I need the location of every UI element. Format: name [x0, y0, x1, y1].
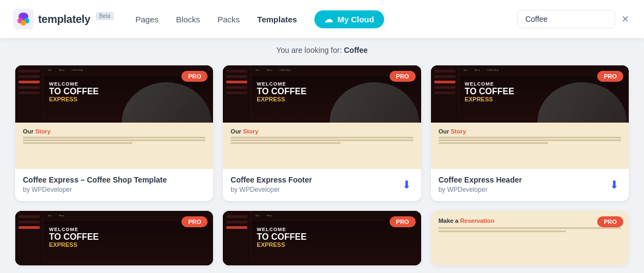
card-title-1: Coffee Express – Coffee Shop Template: [23, 175, 167, 184]
card-image-1: Nav · Menu · Coffee Blog WELCOME TO COFF…: [15, 65, 213, 169]
header: templately Beta Pages Blocks Packs Templ…: [0, 0, 644, 38]
card-info-2: Coffee Express Footer by WPDeveloper ⬇: [223, 169, 421, 201]
template-card-2[interactable]: Nav · Menu · Coffee Blog WELCOME TO COFF…: [223, 65, 421, 201]
search-area: ×: [517, 10, 631, 28]
card-image-3: Nav · Menu · Coffee Blog WELCOME TO COFF…: [431, 65, 629, 169]
pro-badge-1: PRO: [181, 71, 208, 82]
logo-area: templately Beta: [13, 9, 114, 29]
my-cloud-label: My Cloud: [337, 15, 374, 24]
template-card-5[interactable]: Nav · Menu WELCOME TO COFFEE EXPRESS PRO: [223, 211, 421, 265]
card-info-1: Coffee Express – Coffee Shop Template by…: [15, 169, 213, 201]
download-button-3[interactable]: ⬇: [607, 176, 621, 193]
nav-item-blocks[interactable]: Blocks: [176, 15, 200, 24]
search-info-bar: You are looking for: Coffee: [0, 38, 644, 60]
logo-text: templately: [38, 13, 90, 26]
card-image-5: Nav · Menu WELCOME TO COFFEE EXPRESS PRO: [223, 211, 421, 265]
pro-badge-6: PRO: [597, 216, 623, 227]
search-term: Coffee: [344, 46, 368, 54]
card-author-3: by WPDeveloper: [439, 186, 522, 193]
close-button[interactable]: ×: [619, 11, 631, 27]
download-button-2[interactable]: ⬇: [400, 176, 414, 193]
nav: Pages Blocks Packs Templates ☁ My Cloud: [136, 10, 518, 28]
template-card-3[interactable]: Nav · Menu · Coffee Blog WELCOME TO COFF…: [431, 65, 629, 201]
card-info-3: Coffee Express Header by WPDeveloper ⬇: [431, 169, 629, 201]
logo-icon: [13, 9, 34, 29]
beta-badge: Beta: [96, 12, 114, 20]
card-author-2: by WPDeveloper: [230, 186, 312, 193]
card-title-3: Coffee Express Header: [439, 175, 522, 184]
card-title-2: Coffee Express Footer: [230, 175, 312, 184]
card-image-2: Nav · Menu · Coffee Blog WELCOME TO COFF…: [223, 65, 421, 169]
pro-badge-3: PRO: [597, 71, 623, 82]
template-grid: Nav · Menu · Coffee Blog WELCOME TO COFF…: [0, 60, 644, 273]
template-card-1[interactable]: Nav · Menu · Coffee Blog WELCOME TO COFF…: [15, 65, 213, 201]
nav-item-pages[interactable]: Pages: [136, 15, 159, 24]
nav-item-templates[interactable]: Templates: [257, 15, 297, 24]
pro-badge-5: PRO: [390, 216, 416, 227]
pro-badge-4: PRO: [181, 216, 208, 227]
pro-badge-2: PRO: [390, 71, 416, 82]
card-image-6: Make a Reservation PRO: [431, 211, 629, 265]
cloud-icon: ☁: [324, 14, 333, 25]
nav-item-packs[interactable]: Packs: [217, 15, 240, 24]
search-input[interactable]: [517, 10, 615, 28]
search-prefix: You are looking for:: [276, 46, 342, 54]
svg-point-4: [21, 20, 26, 26]
card-author-1: by WPDeveloper: [23, 186, 167, 193]
template-card-6[interactable]: Make a Reservation PRO: [431, 211, 629, 265]
my-cloud-button[interactable]: ☁ My Cloud: [314, 10, 384, 28]
template-card-4[interactable]: Nav · Menu WELCOME TO COFFEE EXPRESS PRO: [15, 211, 213, 265]
card-image-4: Nav · Menu WELCOME TO COFFEE EXPRESS PRO: [15, 211, 213, 265]
